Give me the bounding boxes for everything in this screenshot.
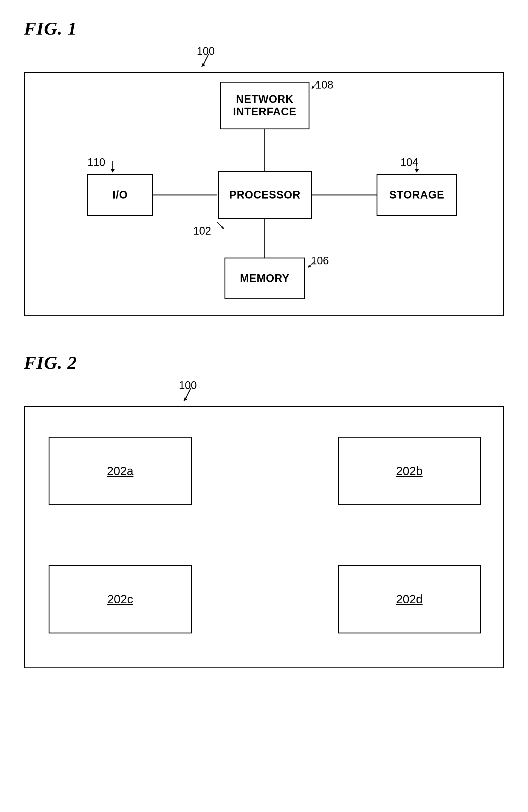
figure-1-wrapper: FIG. 1 100 NETWORKINTERFACE 108	[24, 18, 504, 316]
ref-108-arrow	[311, 81, 320, 89]
ref-110-arrow	[108, 161, 117, 176]
network-interface-label: NETWORKINTERFACE	[233, 93, 296, 118]
fig1-arrow-100	[200, 54, 218, 69]
ref-110: 110	[87, 156, 105, 169]
fig2-label-202b: 202b	[396, 464, 423, 478]
fig2-label-202a: 202a	[107, 464, 133, 478]
fig2-box-202a: 202a	[48, 437, 192, 505]
svg-marker-1	[201, 63, 205, 67]
fig2-box-202c: 202c	[48, 565, 192, 634]
processor-box: PROCESSOR	[218, 171, 312, 219]
svg-marker-17	[183, 397, 187, 401]
fig2-box-202b: 202b	[338, 437, 481, 505]
ref-106-arrow	[308, 259, 316, 268]
fig2-diagram-box: 202a 202b 202c 202d	[24, 406, 504, 668]
fig2-box-202d: 202d	[338, 565, 481, 634]
ref-104-arrow	[412, 161, 421, 176]
processor-label: PROCESSOR	[229, 189, 301, 201]
fig2-title: FIG. 2	[24, 352, 504, 373]
memory-box: MEMORY	[225, 258, 305, 299]
fig1-diagram-box: NETWORKINTERFACE 108 PROCESSOR 102 STORA…	[24, 72, 504, 316]
fig2-label-202d: 202d	[396, 593, 423, 606]
svg-marker-11	[415, 169, 419, 173]
storage-box: STORAGE	[376, 174, 457, 216]
storage-label: STORAGE	[389, 189, 444, 201]
ref-102-arrow	[216, 221, 225, 230]
svg-marker-13	[111, 169, 115, 173]
figure-2-wrapper: FIG. 2 100 202a 202b 202c 202d	[24, 352, 504, 668]
network-interface-box: NETWORKINTERFACE	[220, 82, 310, 129]
fig2-arrow-100	[182, 388, 200, 403]
fig1-title: FIG. 1	[24, 18, 504, 39]
ref-102: 102	[193, 225, 211, 237]
io-box: I/O	[87, 174, 153, 216]
memory-label: MEMORY	[240, 272, 290, 285]
fig2-label-202c: 202c	[107, 593, 133, 606]
io-label: I/O	[112, 189, 128, 201]
